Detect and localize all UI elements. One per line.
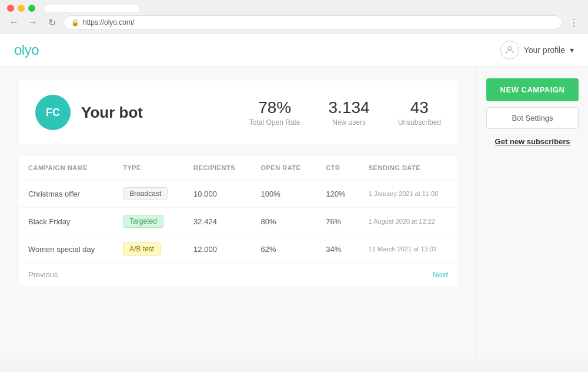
main-content: FC Your bot 78% Total Open Rate 3.134 Ne… bbox=[0, 67, 476, 358]
table-row[interactable]: Women special day A/B test 12.000 62% 34… bbox=[19, 235, 457, 263]
table-row[interactable]: Black Friday Targeted 32.424 80% 76% 1 A… bbox=[19, 208, 457, 235]
cell-campaign-name: Christmas offer bbox=[19, 180, 113, 208]
table-row[interactable]: Christmas offer Broadcast 10.000 100% 12… bbox=[19, 180, 457, 208]
bot-name: Your bot bbox=[81, 104, 249, 122]
cell-recipients: 10.000 bbox=[184, 180, 251, 208]
app-header: olyo Your profile ▾ bbox=[0, 34, 588, 67]
browser-menu-button[interactable]: ⋮ bbox=[567, 15, 581, 29]
campaigns-table-section: CAMPAIGN NAME TYPE RECIPIENTS OPEN RATE … bbox=[19, 156, 457, 286]
cell-recipients: 32.424 bbox=[184, 208, 251, 235]
minimize-button[interactable] bbox=[18, 5, 25, 12]
col-type: TYPE bbox=[113, 156, 184, 180]
col-campaign-name: CAMPAIGN NAME bbox=[19, 156, 113, 180]
cell-open-rate: 80% bbox=[251, 208, 316, 235]
cell-date: 1 January 2021 at 11:00 bbox=[359, 180, 457, 208]
cell-ctr: 34% bbox=[316, 235, 359, 263]
profile-avatar-icon bbox=[500, 41, 519, 59]
cell-type: Broadcast bbox=[113, 180, 184, 208]
stat-new-users-value: 3.134 bbox=[329, 98, 370, 117]
table-header-row: CAMPAIGN NAME TYPE RECIPIENTS OPEN RATE … bbox=[19, 156, 457, 180]
close-button[interactable] bbox=[7, 5, 14, 12]
bot-header: FC Your bot 78% Total Open Rate 3.134 Ne… bbox=[19, 81, 457, 144]
browser-toolbar: ← → ↻ 🔒 https://olyo.com/ ⋮ bbox=[0, 12, 588, 33]
cell-recipients: 12.000 bbox=[184, 235, 251, 263]
bot-avatar: FC bbox=[35, 95, 71, 130]
title-bar bbox=[0, 0, 588, 12]
type-badge: A/B test bbox=[123, 243, 161, 255]
stat-new-users: 3.134 New users bbox=[329, 98, 370, 127]
back-button[interactable]: ← bbox=[7, 15, 21, 29]
cell-open-rate: 100% bbox=[251, 180, 316, 208]
get-subscribers-link[interactable]: Get new subscribers bbox=[486, 135, 579, 148]
cell-type: Targeted bbox=[113, 208, 184, 235]
stat-open-rate: 78% Total Open Rate bbox=[249, 98, 300, 127]
new-campaign-button[interactable]: NEW CAMPAIGN bbox=[486, 78, 579, 101]
profile-menu[interactable]: Your profile ▾ bbox=[500, 41, 574, 59]
bot-stats: 78% Total Open Rate 3.134 New users 43 U… bbox=[249, 98, 441, 127]
campaigns-table: CAMPAIGN NAME TYPE RECIPIENTS OPEN RATE … bbox=[19, 156, 457, 263]
reload-button[interactable]: ↻ bbox=[45, 15, 59, 29]
tab-area bbox=[45, 5, 581, 12]
stat-unsubscribed-label: Unsubscribed bbox=[398, 118, 441, 127]
cell-campaign-name: Women special day bbox=[19, 235, 113, 263]
col-ctr: CTR bbox=[316, 156, 359, 180]
cell-open-rate: 62% bbox=[251, 235, 316, 263]
profile-label: Your profile bbox=[524, 45, 565, 55]
stat-open-rate-value: 78% bbox=[249, 98, 300, 117]
browser-tab[interactable] bbox=[45, 5, 139, 12]
previous-button[interactable]: Previous bbox=[28, 270, 58, 279]
bot-settings-button[interactable]: Bot Settings bbox=[486, 107, 579, 129]
maximize-button[interactable] bbox=[28, 5, 35, 12]
type-badge: Targeted bbox=[123, 215, 163, 228]
type-badge: Broadcast bbox=[123, 187, 168, 200]
next-button[interactable]: Next bbox=[432, 270, 448, 279]
stat-new-users-label: New users bbox=[329, 118, 370, 127]
app-body: FC Your bot 78% Total Open Rate 3.134 Ne… bbox=[0, 67, 588, 358]
url-text: https://olyo.com/ bbox=[83, 18, 134, 26]
cell-date: 1 August 2020 at 12:22 bbox=[359, 208, 457, 235]
sidebar: NEW CAMPAIGN Bot Settings Get new subscr… bbox=[476, 67, 588, 358]
stat-unsubscribed: 43 Unsubscribed bbox=[398, 98, 441, 127]
forward-button[interactable]: → bbox=[26, 15, 40, 29]
stat-unsubscribed-value: 43 bbox=[398, 98, 441, 117]
app: olyo Your profile ▾ FC Your bot 78% bbox=[0, 34, 588, 358]
browser-chrome: ← → ↻ 🔒 https://olyo.com/ ⋮ bbox=[0, 0, 588, 34]
stat-open-rate-label: Total Open Rate bbox=[249, 118, 300, 127]
lock-icon: 🔒 bbox=[71, 19, 79, 26]
table-footer: Previous Next bbox=[19, 263, 457, 286]
profile-chevron-icon: ▾ bbox=[570, 45, 574, 55]
col-recipients: RECIPIENTS bbox=[184, 156, 251, 180]
col-open-rate: OPEN RATE bbox=[251, 156, 316, 180]
cell-type: A/B test bbox=[113, 235, 184, 263]
cell-campaign-name: Black Friday bbox=[19, 208, 113, 235]
col-sending-date: SENDING DATE bbox=[359, 156, 457, 180]
traffic-lights bbox=[7, 5, 35, 12]
cell-ctr: 120% bbox=[316, 180, 359, 208]
app-logo: olyo bbox=[14, 42, 39, 58]
svg-point-0 bbox=[508, 46, 512, 50]
cell-ctr: 76% bbox=[316, 208, 359, 235]
cell-date: 11 March 2021 at 13:01 bbox=[359, 235, 457, 263]
address-bar[interactable]: 🔒 https://olyo.com/ bbox=[64, 15, 562, 29]
